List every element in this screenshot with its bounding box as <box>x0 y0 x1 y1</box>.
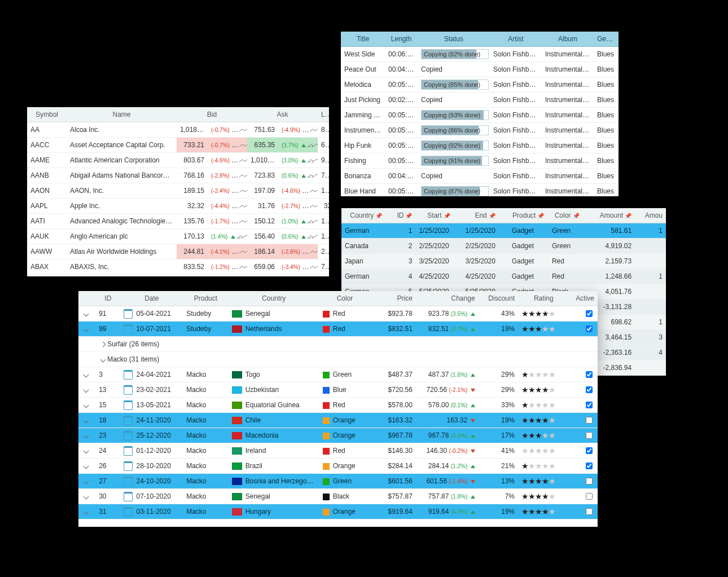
table-row[interactable]: Fishing00:05:36Copying (91% done)Solon F… <box>341 153 619 169</box>
col-id[interactable]: ID📌 <box>391 208 416 223</box>
table-row[interactable]: Hip Funk00:05:33Copying (92% done)Solon … <box>341 138 619 153</box>
cell-name: Anglo American plc <box>67 229 177 244</box>
col-discount[interactable]: Discount <box>479 291 518 306</box>
table-row[interactable]: AAMEAtlantic American Corporation803.67(… <box>27 153 329 168</box>
table-row[interactable]: AAONAAON, Inc.189.15(-2.4%) 197.09(-4.6%… <box>27 183 329 199</box>
expand-toggle[interactable] <box>78 321 95 337</box>
table-row[interactable]: 1824-11-2020MackoChileOrange$163.32163.3… <box>78 413 598 428</box>
active-checkbox[interactable] <box>586 478 593 484</box>
active-checkbox[interactable] <box>586 371 593 378</box>
col-active[interactable]: Active <box>569 291 598 306</box>
col-title[interactable]: Title <box>341 32 385 47</box>
table-row[interactable]: Melodica00:05:58Copying (85% done)Solon … <box>341 77 619 93</box>
col-date[interactable]: Date <box>120 291 183 306</box>
calendar-icon <box>124 370 133 380</box>
col-symbol[interactable]: Symbol <box>27 107 67 122</box>
table-row[interactable]: 3103-11-2020MackoHungaryOrange$919.64919… <box>78 504 598 519</box>
col-color[interactable]: Color📌 <box>549 208 586 223</box>
table-row[interactable]: Japan33/25/20203/25/2020GadgetRed2,159.7… <box>341 254 666 269</box>
table-row[interactable]: AAWWAtlas Air Worldwide Holdings244.81(-… <box>27 244 329 259</box>
col-bid[interactable]: Bid <box>177 107 247 122</box>
expand-toggle[interactable] <box>78 413 95 428</box>
col-color[interactable]: Color <box>319 291 371 306</box>
col-id[interactable]: ID <box>95 291 120 306</box>
expand-toggle[interactable] <box>78 459 95 474</box>
col-name[interactable]: Name <box>67 107 177 122</box>
table-row[interactable]: West Side00:06:12Copying (82% done)Solon… <box>341 47 619 62</box>
col-genre[interactable]: Genre <box>594 32 619 47</box>
group-row[interactable]: Macko (31 items) <box>78 352 598 367</box>
active-checkbox[interactable] <box>586 432 593 439</box>
col-last[interactable]: Last <box>318 107 329 122</box>
expand-toggle[interactable] <box>78 428 95 443</box>
col-product[interactable]: Product <box>183 291 229 306</box>
table-row[interactable]: 3007-10-2020MackoSenegalBlack$757.87757.… <box>78 489 598 504</box>
active-checkbox[interactable] <box>586 402 593 408</box>
table-row[interactable]: 324-04-2021MackoTogoGreen$487.37487.37 (… <box>78 367 598 382</box>
col-length[interactable]: Length <box>385 32 418 47</box>
table-row[interactable]: Instrumental Moo00:05:54Copying (86% don… <box>341 123 619 138</box>
col-end[interactable]: End📌 <box>462 208 508 223</box>
table-row[interactable]: German44/25/20204/25/2020GadgetRed1,248.… <box>341 269 666 284</box>
cell-product: Gadget <box>508 254 549 269</box>
table-row[interactable]: Peace Out00:04:49CopiedSolon FishboneIns… <box>341 62 619 77</box>
expand-toggle[interactable] <box>78 367 95 382</box>
cell-ask: 156.40 <box>247 229 278 244</box>
table-row[interactable]: Jamming in C00:05:28Copying (93% done)So… <box>341 108 619 123</box>
orders-table[interactable]: ID Date Product Country Color Price Chan… <box>78 291 598 519</box>
stocks-table[interactable]: Symbol Name Bid Ask Last AAAlcoa Inc.1,0… <box>27 107 329 275</box>
active-checkbox[interactable] <box>586 493 593 500</box>
pct-change: (3.5%) <box>451 311 467 317</box>
col-status[interactable]: Status <box>418 32 490 47</box>
expand-toggle[interactable] <box>78 443 95 459</box>
table-row[interactable]: AAAlcoa Inc.1,018.96(-0.7%) 751.63(-4.9%… <box>27 122 329 138</box>
active-checkbox[interactable] <box>586 447 593 454</box>
rating-stars: ★★★★★ <box>521 324 555 333</box>
table-row[interactable]: AANBAbigail Adams National Bancorp, Inc7… <box>27 168 329 183</box>
active-checkbox[interactable] <box>586 417 593 424</box>
table-row[interactable]: 9910-07-2021StudebyNetherlandsRed$832.51… <box>78 321 598 337</box>
table-row[interactable]: Bonanza00:04:50CopiedSolon FishboneInstr… <box>341 169 619 184</box>
active-checkbox[interactable] <box>586 386 593 393</box>
expand-toggle[interactable] <box>78 398 95 413</box>
col-album[interactable]: Album <box>542 32 594 47</box>
table-row[interactable]: ABAXABAXIS, Inc.833.52(-1.2%) 659.06(-3.… <box>27 259 329 275</box>
table-row[interactable]: 1323-02-2021MackoUzbekistanBlue$720.5672… <box>78 382 598 398</box>
table-row[interactable]: 2325-12-2020MackoMacedoniaOrange$967.789… <box>78 428 598 443</box>
table-row[interactable]: AAUKAnglo American plc170.13(1.4%) 156.4… <box>27 229 329 244</box>
active-checkbox[interactable] <box>586 310 593 317</box>
table-row[interactable]: Just Picking00:02:14CopiedSolon Fishbone… <box>341 93 619 108</box>
table-row[interactable]: AAPLApple Inc.32.32(-4.4%) 31.76(-2.7%) … <box>27 199 329 214</box>
col-start[interactable]: Start📌 <box>415 208 462 223</box>
active-checkbox[interactable] <box>586 325 593 332</box>
col-ask[interactable]: Ask <box>247 107 318 122</box>
expand-toggle[interactable] <box>78 382 95 398</box>
table-row[interactable]: 9105-04-2021StudebySenegalRed$923.78923.… <box>78 306 598 321</box>
col-price[interactable]: Price <box>370 291 416 306</box>
table-row[interactable]: Blue Hand00:05:50Copying (87% done)Solon… <box>341 184 619 197</box>
col-change[interactable]: Change <box>416 291 479 306</box>
expand-toggle[interactable] <box>78 306 95 321</box>
group-row[interactable]: Surfair (26 items) <box>78 337 598 352</box>
col-artist[interactable]: Artist <box>490 32 542 47</box>
table-row[interactable]: 2628-10-2020MackoBrazilOrange$284.14284.… <box>78 459 598 474</box>
table-row[interactable]: Canada22/25/20202/25/2020GadgetGreen4,91… <box>341 239 666 254</box>
table-row[interactable]: AATIAdvanced Analogic Technologies, Inc1… <box>27 214 329 229</box>
expand-toggle[interactable] <box>78 489 95 504</box>
expand-toggle[interactable] <box>78 474 95 489</box>
table-row[interactable]: AACCAsset Acceptance Capital Corp.733.21… <box>27 138 329 153</box>
music-table[interactable]: Title Length Status Artist Album Genre W… <box>341 32 619 196</box>
active-checkbox[interactable] <box>586 463 593 469</box>
col-country[interactable]: Country📌 <box>341 208 391 223</box>
table-row[interactable]: 2724-10-2020MackoBosnia and HerzegovinaG… <box>78 474 598 489</box>
col-product[interactable]: Product📌 <box>508 208 549 223</box>
col-rating[interactable]: Rating <box>518 291 569 306</box>
table-row[interactable]: 2401-12-2020MackoIrelandRed$146.30146.30… <box>78 443 598 459</box>
col-amount2[interactable]: Amou <box>635 208 666 223</box>
active-checkbox[interactable] <box>586 508 593 515</box>
table-row[interactable]: German11/25/20201/25/2020GadgetGreen581.… <box>341 223 666 239</box>
table-row[interactable]: 1513-05-2021MackoEquatorial GuineaRed$57… <box>78 398 598 413</box>
col-country[interactable]: Country <box>229 291 319 306</box>
expand-toggle[interactable] <box>78 504 95 519</box>
col-amount[interactable]: Amount📌 <box>586 208 635 223</box>
